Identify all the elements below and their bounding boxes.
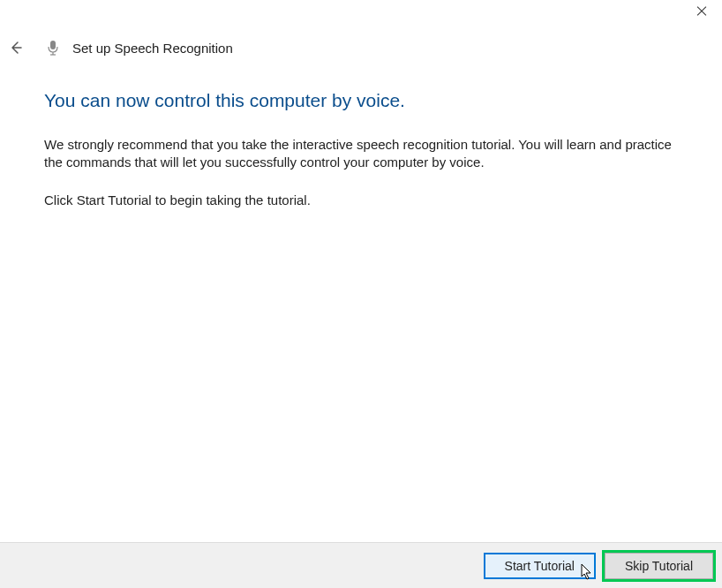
title-bar <box>0 0 722 26</box>
footer-bar: Start Tutorial Skip Tutorial <box>0 542 722 588</box>
start-tutorial-button[interactable]: Start Tutorial <box>484 553 596 579</box>
page-headline: You can now control this computer by voi… <box>44 90 678 111</box>
instruction-paragraph-1: We strongly recommend that you take the … <box>44 136 678 172</box>
svg-rect-0 <box>50 41 56 49</box>
microphone-icon <box>46 41 60 55</box>
back-button[interactable] <box>7 39 25 57</box>
skip-tutorial-button[interactable]: Skip Tutorial <box>605 553 713 579</box>
close-icon[interactable] <box>696 5 708 18</box>
back-arrow-icon <box>8 40 24 56</box>
content-area: You can now control this computer by voi… <box>0 90 722 209</box>
instruction-paragraph-2: Click Start Tutorial to begin taking the… <box>44 192 678 209</box>
header-row: Set up Speech Recognition <box>0 39 722 57</box>
wizard-title: Set up Speech Recognition <box>72 41 233 56</box>
